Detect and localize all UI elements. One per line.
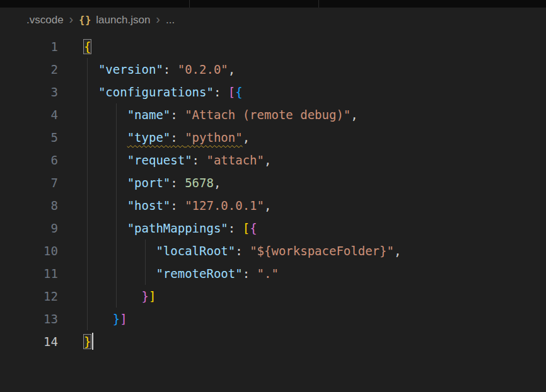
code-line-content[interactable]: "localRoot": "${workspaceFolder}",	[58, 239, 546, 262]
code-line[interactable]: 10 "localRoot": "${workspaceFolder}",	[0, 239, 546, 262]
code-line[interactable]: 2 "version": "0.2.0",	[0, 58, 546, 81]
indent-guide	[116, 194, 117, 217]
indent-guide	[87, 262, 88, 285]
code-token: "attach"	[206, 153, 264, 167]
line-number[interactable]: 12	[0, 285, 58, 308]
line-number[interactable]: 6	[0, 149, 58, 171]
indent-guide	[87, 171, 88, 194]
line-number[interactable]: 10	[0, 239, 58, 262]
code-token	[84, 289, 142, 303]
line-number[interactable]: 14	[0, 330, 58, 353]
code-token	[84, 312, 113, 326]
code-line-content[interactable]: "request": "attach",	[58, 149, 546, 171]
code-token	[84, 85, 98, 99]
indent-guide	[145, 262, 146, 285]
code-line[interactable]: 5 "type": "python",	[0, 126, 546, 149]
indent-guide	[87, 194, 88, 217]
code-line-content[interactable]: "version": "0.2.0",	[58, 58, 546, 81]
line-number[interactable]: 2	[0, 58, 58, 81]
line-number[interactable]: 8	[0, 194, 58, 217]
line-number[interactable]: 7	[0, 171, 58, 194]
code-token: :	[163, 62, 178, 76]
matched-bracket: {	[84, 40, 91, 54]
code-token: "type"	[127, 130, 171, 144]
indent-guide	[87, 58, 88, 81]
indent-guide	[87, 308, 88, 330]
code-token: ]	[120, 312, 127, 326]
code-token: "name"	[127, 108, 171, 122]
code-line-content[interactable]: "configurations": [{	[58, 81, 546, 103]
code-token	[84, 199, 127, 212]
breadcrumb-file[interactable]: launch.json	[96, 14, 150, 26]
indent-guide	[87, 149, 88, 171]
code-line[interactable]: 7 "port": 5678,	[0, 171, 546, 194]
code-line[interactable]: 8 "host": "127.0.0.1",	[0, 194, 546, 217]
code-line-content[interactable]: }]	[58, 285, 546, 308]
indent-guide	[87, 103, 88, 126]
tab-separator	[318, 0, 319, 8]
line-number[interactable]: 3	[0, 81, 58, 103]
line-number[interactable]: 4	[0, 103, 58, 126]
tab-separator	[189, 0, 190, 8]
code-line-content[interactable]: "host": "127.0.0.1",	[58, 194, 546, 217]
code-token: {	[235, 85, 242, 99]
breadcrumb-more[interactable]: ...	[166, 14, 175, 26]
code-token: "configurations"	[98, 85, 214, 99]
code-line[interactable]: 3 "configurations": [{	[0, 81, 546, 103]
line-number[interactable]: 5	[0, 126, 58, 149]
code-token: ,	[394, 244, 401, 258]
code-token: :	[170, 130, 185, 144]
code-token: [	[228, 85, 235, 99]
line-number[interactable]: 9	[0, 217, 58, 239]
code-line[interactable]: 11 "remoteRoot": "."	[0, 262, 546, 285]
code-lines[interactable]: 1{2 "version": "0.2.0",3 "configurations…	[0, 35, 546, 353]
code-editor[interactable]: 1{2 "version": "0.2.0",3 "configurations…	[0, 33, 546, 353]
code-token: :	[228, 221, 243, 235]
code-token	[84, 130, 127, 144]
line-number[interactable]: 13	[0, 308, 58, 330]
breadcrumb: .vscode › {} launch.json › ...	[0, 8, 546, 33]
breadcrumb-folder[interactable]: .vscode	[26, 14, 64, 26]
code-line-content[interactable]: }]	[58, 308, 546, 330]
line-number[interactable]: 1	[0, 35, 58, 58]
code-token: ]	[149, 289, 156, 303]
code-line[interactable]: 1{	[0, 35, 546, 58]
code-token: ,	[264, 153, 271, 167]
code-line[interactable]: 12 }]	[0, 285, 546, 308]
code-token: "Attach (remote debug)"	[185, 108, 351, 122]
indent-guide	[116, 171, 117, 194]
code-line-content[interactable]: }	[58, 330, 546, 353]
code-line[interactable]: 13 }]	[0, 308, 546, 330]
code-line[interactable]: 14}	[0, 330, 546, 353]
code-token: :	[170, 176, 185, 190]
code-token	[84, 176, 127, 190]
code-line-content[interactable]: "pathMappings": [{	[58, 217, 546, 239]
code-token	[84, 153, 127, 167]
code-token: :	[170, 108, 185, 122]
code-line[interactable]: 9 "pathMappings": [{	[0, 217, 546, 239]
code-token: "127.0.0.1"	[185, 199, 264, 212]
indent-guide	[116, 262, 117, 285]
code-token: "."	[257, 267, 279, 280]
code-line-content[interactable]: "name": "Attach (remote debug)",	[58, 103, 546, 126]
code-token: {	[250, 221, 257, 235]
code-token	[84, 221, 127, 235]
line-number[interactable]: 11	[0, 262, 58, 285]
code-line[interactable]: 4 "name": "Attach (remote debug)",	[0, 103, 546, 126]
code-line-content[interactable]: "remoteRoot": "."	[58, 262, 546, 285]
chevron-right-icon: ›	[69, 13, 74, 25]
code-line-content[interactable]: "type": "python",	[58, 126, 546, 149]
code-token: "${workspaceFolder}"	[250, 244, 394, 258]
code-token	[84, 62, 98, 76]
code-line[interactable]: 6 "request": "attach",	[0, 149, 546, 171]
code-token: "host"	[127, 199, 171, 212]
indent-guide	[116, 149, 117, 171]
indent-guide	[116, 285, 117, 308]
indent-guide	[116, 217, 117, 239]
matched-bracket: }	[84, 335, 91, 349]
code-line-content[interactable]: "port": 5678,	[58, 171, 546, 194]
code-token: "localRoot"	[156, 244, 235, 258]
indent-guide	[87, 126, 88, 149]
chevron-right-icon: ›	[156, 13, 160, 25]
code-line-content[interactable]: {	[58, 35, 546, 58]
